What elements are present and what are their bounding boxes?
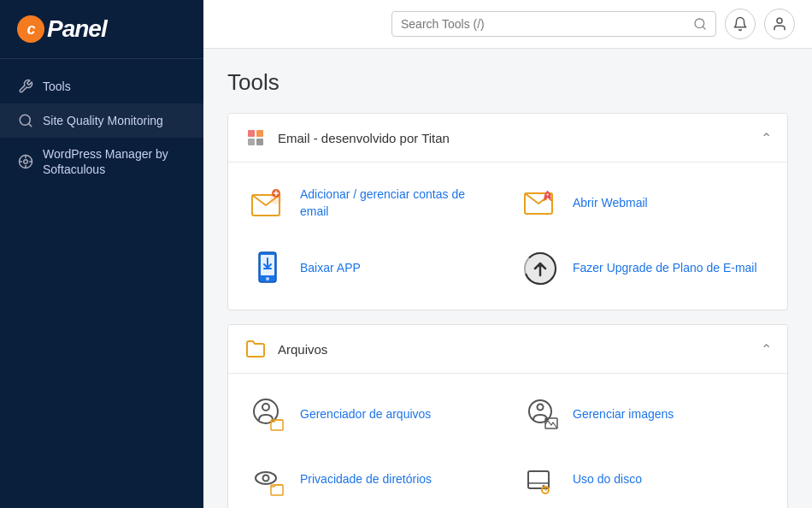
apps-grid-icon xyxy=(245,127,266,148)
svg-point-24 xyxy=(262,404,269,411)
email-manage-icon xyxy=(247,183,288,224)
email-section: Email - desenvolvido por Titan ⌃ xyxy=(227,113,788,310)
images-icon xyxy=(520,394,561,435)
search-bar[interactable] xyxy=(391,11,716,37)
tool-images[interactable]: Gerenciar imagens xyxy=(516,387,772,442)
file-manager-icon xyxy=(247,394,288,435)
sidebar-item-wordpress[interactable]: WordPress Manager by Softaculous xyxy=(0,138,203,186)
tool-upgrade-email[interactable]: Fazer Upgrade de Plano de E-mail xyxy=(516,241,772,296)
svg-rect-5 xyxy=(248,130,255,137)
files-section-title-area: Arquivos xyxy=(244,337,327,361)
notifications-button[interactable] xyxy=(725,9,756,39)
cpanel-logo-text: Panel xyxy=(47,15,107,43)
content-area: Tools Email - desenvolvido por Titan xyxy=(203,49,812,508)
webmail-icon xyxy=(520,183,561,224)
upgrade-email-icon xyxy=(520,248,561,289)
add-email-label: Adicionar / gerenciar contas de email xyxy=(300,186,496,220)
svg-rect-6 xyxy=(256,130,263,137)
sidebar-item-tools[interactable]: Tools xyxy=(0,69,203,103)
files-section-chevron: ⌃ xyxy=(761,341,772,357)
svg-rect-7 xyxy=(248,139,255,145)
user-icon xyxy=(772,16,787,32)
upgrade-email-label: Fazer Upgrade de Plano de E-mail xyxy=(573,260,757,277)
sidebar-nav: Tools Site Quality Monitoring WordPress … xyxy=(0,59,203,196)
files-section-body: Gerenciador de arquivos xyxy=(228,374,787,508)
cpanel-logo-mark: c xyxy=(17,15,44,43)
sidebar-wordpress-label: WordPress Manager by Softaculous xyxy=(43,146,186,177)
wrench-icon xyxy=(17,78,34,95)
svg-point-29 xyxy=(256,472,276,484)
images-label: Gerenciar imagens xyxy=(573,406,674,423)
email-section-icon xyxy=(244,126,268,150)
folder-icon xyxy=(245,339,266,359)
bell-icon xyxy=(733,16,748,32)
profile-button[interactable] xyxy=(764,9,795,39)
email-section-title-area: Email - desenvolvido por Titan xyxy=(244,126,450,150)
download-app-icon xyxy=(247,248,288,289)
svg-point-2 xyxy=(24,160,28,164)
disk-usage-icon xyxy=(520,459,561,500)
svg-point-30 xyxy=(263,476,269,481)
logo: c Panel xyxy=(0,0,203,59)
page-title: Tools xyxy=(227,69,788,96)
webmail-label: Abrir Webmail xyxy=(573,195,648,212)
email-section-chevron: ⌃ xyxy=(761,130,772,146)
svg-point-18 xyxy=(266,277,269,281)
tool-dir-privacy[interactable]: Privacidade de diretórios xyxy=(244,452,499,507)
sidebar-site-quality-label: Site Quality Monitoring xyxy=(43,113,163,128)
tool-add-email[interactable]: Adicionar / gerenciar contas de email xyxy=(244,176,499,231)
files-section-icon xyxy=(244,337,268,361)
email-section-body: Adicionar / gerenciar contas de email xyxy=(228,162,787,310)
sidebar-tools-label: Tools xyxy=(43,79,71,94)
disk-usage-label: Uso do disco xyxy=(573,471,642,488)
download-app-label: Baixar APP xyxy=(300,260,361,277)
svg-rect-8 xyxy=(256,139,263,145)
svg-point-27 xyxy=(538,405,544,411)
search-input[interactable] xyxy=(401,17,686,31)
site-quality-icon xyxy=(17,112,34,129)
file-manager-label: Gerenciador de arquivos xyxy=(300,406,431,423)
search-submit-button[interactable] xyxy=(693,17,707,31)
tool-download-app[interactable]: Baixar APP xyxy=(244,241,499,296)
dir-privacy-label: Privacidade de diretórios xyxy=(300,471,432,488)
search-submit-icon xyxy=(693,17,707,31)
svg-rect-32 xyxy=(528,471,549,488)
svg-point-4 xyxy=(777,18,782,23)
email-section-header[interactable]: Email - desenvolvido por Titan ⌃ xyxy=(228,114,787,162)
svg-point-15 xyxy=(547,193,549,195)
sidebar-item-site-quality[interactable]: Site Quality Monitoring xyxy=(0,103,203,138)
tool-file-manager[interactable]: Gerenciador de arquivos xyxy=(244,387,499,442)
email-section-title: Email - desenvolvido por Titan xyxy=(278,131,450,145)
files-section: Arquivos ⌃ xyxy=(227,324,788,508)
files-section-header[interactable]: Arquivos ⌃ xyxy=(228,325,787,374)
sidebar: c Panel Tools Site Quality Monitoring xyxy=(0,0,203,508)
tool-webmail[interactable]: Abrir Webmail xyxy=(516,176,772,231)
dir-privacy-icon xyxy=(247,459,288,500)
files-section-title: Arquivos xyxy=(278,342,327,357)
header xyxy=(203,0,812,49)
tool-disk-usage[interactable]: Uso do disco xyxy=(516,452,772,507)
wordpress-icon xyxy=(17,153,34,170)
main-area: Tools Email - desenvolvido por Titan xyxy=(203,0,812,508)
